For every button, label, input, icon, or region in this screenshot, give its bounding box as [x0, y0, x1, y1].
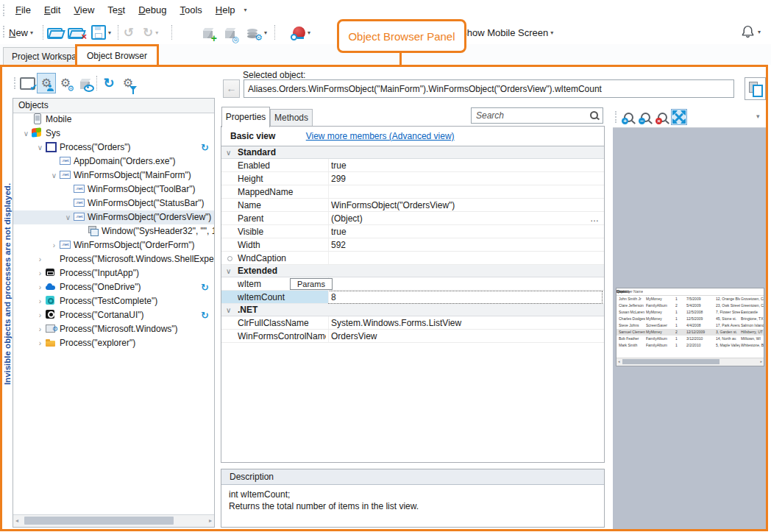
property-value[interactable]: true	[331, 159, 586, 172]
params-button[interactable]: Params	[290, 278, 333, 290]
show-mobile-screen-button[interactable]: Show Mobile Screen▾	[461, 27, 553, 38]
notifications-button[interactable]: ▾	[740, 24, 761, 40]
scrollbar-thumb[interactable]	[24, 517, 174, 525]
toolbar-grip[interactable]	[615, 111, 617, 123]
object-mapping-settings-button[interactable]: ⚙▾	[247, 24, 267, 41]
toolbar-grip[interactable]	[3, 4, 4, 16]
tree-chevron-icon[interactable]: ∨	[49, 169, 59, 182]
close-file-button[interactable]: ×	[68, 24, 84, 41]
property-row[interactable]: Enabled true	[221, 159, 604, 172]
menu-item[interactable]: Help	[209, 1, 242, 18]
zoom-reset-button[interactable]: ×	[654, 109, 670, 125]
toolbar-grip[interactable]	[3, 26, 4, 38]
mapping-caret-icon[interactable]: ▾	[264, 29, 267, 36]
record-button[interactable]: ▾	[293, 24, 310, 41]
refresh-button[interactable]: ↻	[99, 73, 118, 93]
record-caret-icon[interactable]: ▾	[308, 29, 310, 36]
search-input[interactable]	[471, 107, 603, 124]
property-value[interactable]: true	[331, 225, 586, 238]
tree-chevron-icon[interactable]: ›	[35, 308, 45, 322]
property-row[interactable]: WinFormsControlName OrdersView	[221, 330, 604, 343]
preview-toolbar-caret-icon[interactable]: ▾	[756, 113, 760, 120]
zoom-out-button[interactable]: −	[637, 109, 653, 125]
property-value[interactable]: WinFormsObject("OrdersView")	[331, 199, 586, 212]
zoom-in-button[interactable]: +	[620, 109, 636, 125]
tree-chevron-icon[interactable]: ›	[35, 294, 45, 308]
menu-item[interactable]: View	[67, 1, 101, 18]
tree-item[interactable]: Window("SysHeader32", "", 1)	[13, 224, 214, 238]
copy-path-button[interactable]	[745, 77, 766, 100]
property-row[interactable]: Standard	[221, 146, 604, 159]
property-value[interactable]: OrdersView	[331, 330, 586, 343]
tab-methods[interactable]: Methods	[270, 109, 313, 127]
property-value[interactable]: System.Windows.Forms.ListView	[331, 316, 586, 330]
ellipsis-button[interactable]: …	[590, 212, 599, 225]
tree-chevron-icon[interactable]: ›	[49, 238, 59, 252]
property-row[interactable]: wItemCount 8	[221, 291, 604, 304]
tab-object-browser[interactable]: Object Browser	[75, 44, 159, 65]
tree-item[interactable]: ›Process("InputApp")	[13, 266, 214, 280]
tree-item[interactable]: ›Process("explorer")	[13, 336, 214, 350]
tree-chevron-icon[interactable]: ∨	[21, 127, 31, 141]
notifications-caret-icon[interactable]: ▾	[758, 29, 761, 35]
menu-item[interactable]: Tools	[174, 1, 209, 18]
tree-item[interactable]: Mobile	[13, 113, 214, 127]
property-row[interactable]: .NET	[221, 304, 604, 316]
tree-item[interactable]: ›WinFormsObject("OrderForm")	[13, 238, 214, 252]
property-row[interactable]: Parent (Object) …	[221, 212, 604, 225]
highlight-object-button[interactable]	[18, 73, 37, 93]
tree-item[interactable]: ∨Process("Orders")	[13, 141, 214, 155]
tree-item[interactable]: ∨Sys	[13, 127, 214, 141]
tree-chevron-icon[interactable]: ›	[35, 252, 45, 266]
property-row[interactable]: Name WinFormsObject("OrdersView")	[221, 199, 604, 212]
tree-item[interactable]: ∨WinFormsObject("OrdersView")	[13, 210, 214, 224]
show-mobile-caret-icon[interactable]: ▾	[550, 29, 553, 36]
show-processes-button[interactable]: ⚙	[37, 73, 56, 93]
tree-chevron-icon[interactable]: ∨	[35, 141, 45, 155]
open-file-button[interactable]	[47, 24, 63, 41]
tree-item[interactable]: WinFormsObject("StatusBar")	[13, 196, 214, 210]
selected-object-path-input[interactable]	[244, 79, 734, 98]
property-value[interactable]: 299	[331, 172, 586, 185]
property-value[interactable]: 8	[328, 291, 603, 304]
toolbar-grip[interactable]	[14, 77, 15, 89]
property-value[interactable]: 592	[331, 238, 586, 252]
property-value[interactable]: (Object)	[331, 212, 586, 225]
tree-item[interactable]: ›Process("OneDrive")	[13, 280, 214, 294]
property-row[interactable]: Extended	[221, 265, 604, 277]
advanced-view-link[interactable]: View more members (Advanced view)	[306, 131, 455, 141]
redo-caret-icon[interactable]: ▾	[155, 29, 158, 36]
property-row[interactable]: WndCaption	[221, 252, 604, 265]
property-row[interactable]: Width 592	[221, 238, 604, 252]
tree-chevron-icon[interactable]: ›	[35, 322, 45, 336]
map-object-button[interactable]: ◎	[225, 24, 235, 41]
tree-item[interactable]: WinFormsObject("ToolBar")	[13, 182, 214, 196]
tree-chevron-icon[interactable]: ›	[35, 336, 45, 350]
tree-horizontal-scrollbar[interactable]	[13, 514, 214, 527]
undo-button[interactable]: ↺	[124, 24, 134, 41]
back-button[interactable]: ←	[223, 79, 240, 98]
tree-item[interactable]: ∨WinFormsObject("MainForm")	[13, 169, 214, 182]
tree-item[interactable]: ›Process("Microsoft.Windows")	[13, 322, 214, 336]
filter-button[interactable]: ⚙	[118, 73, 138, 93]
menu-item[interactable]: Test	[101, 1, 132, 18]
tree-item[interactable]: ›Process("Microsoft.Windows.ShellExperie…	[13, 252, 214, 266]
save-button[interactable]: ▾	[91, 24, 111, 41]
property-row[interactable]: MappedName	[221, 185, 604, 199]
tree-item[interactable]: AppDomain("Orders.exe")	[13, 155, 214, 169]
property-row[interactable]: wItem Params	[221, 277, 604, 291]
tree-chevron-icon[interactable]: ›	[35, 280, 45, 294]
menu-item[interactable]: Edit	[38, 1, 67, 18]
tree-chevron-icon[interactable]: ∨	[63, 210, 73, 224]
property-row[interactable]: ClrFullClassName System.Windows.Forms.Li…	[221, 316, 604, 330]
menu-overflow-caret-icon[interactable]: ▾	[244, 7, 247, 13]
redo-button[interactable]: ↻▾	[143, 24, 158, 41]
show-hidden-objects-button[interactable]	[75, 73, 94, 93]
menu-item[interactable]: Debug	[132, 1, 173, 18]
tree-chevron-icon[interactable]: ›	[35, 266, 45, 280]
property-row[interactable]: Visible true	[221, 225, 604, 238]
menu-item[interactable]: File	[9, 1, 38, 18]
tab-properties[interactable]: Properties	[221, 107, 270, 127]
fit-to-window-button[interactable]	[671, 109, 687, 125]
save-caret-icon[interactable]: ▾	[108, 29, 111, 36]
